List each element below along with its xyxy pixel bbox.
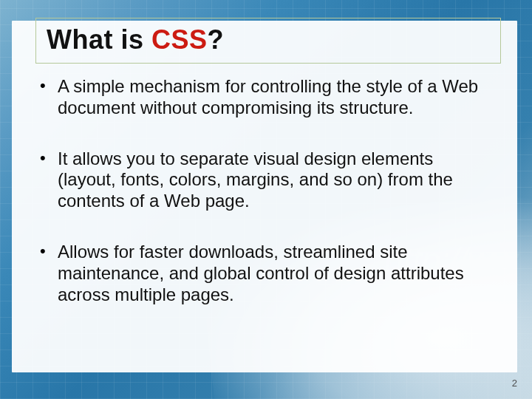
- title-suffix: ?: [208, 24, 225, 55]
- slide-title: What is CSS?: [47, 24, 490, 55]
- bullet-list: A simple mechanism for controlling the s…: [37, 76, 495, 305]
- slide-card: What is CSS? A simple mechanism for cont…: [12, 21, 517, 372]
- list-item: It allows you to separate visual design …: [37, 149, 495, 212]
- title-box: What is CSS?: [35, 18, 501, 64]
- slide-content: A simple mechanism for controlling the s…: [37, 76, 495, 365]
- title-accent: CSS: [151, 24, 208, 55]
- page-number: 2: [512, 378, 517, 389]
- title-prefix: What is: [47, 24, 151, 55]
- list-item: A simple mechanism for controlling the s…: [37, 76, 495, 119]
- list-item: Allows for faster downloads, streamlined…: [37, 242, 495, 305]
